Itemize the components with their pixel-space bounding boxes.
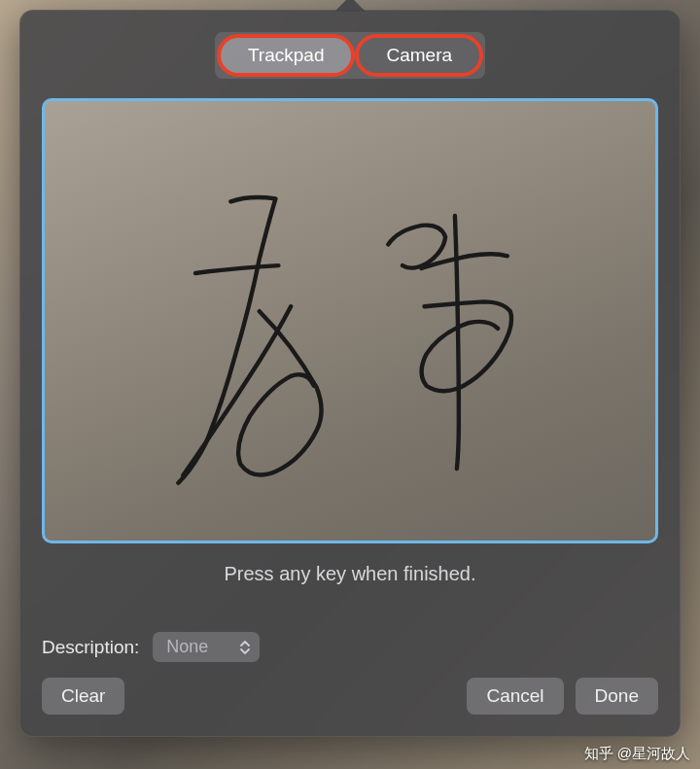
chevron-updown-icon [240, 641, 250, 654]
tab-camera[interactable]: Camera [355, 34, 483, 77]
button-row: Clear Cancel Done [42, 678, 658, 715]
signature-canvas[interactable] [42, 98, 658, 543]
description-select-value: None [166, 637, 208, 657]
watermark-text: 知乎 @星河故人 [584, 745, 690, 763]
signature-drawing [45, 101, 655, 541]
done-button[interactable]: Done [576, 678, 658, 715]
input-method-tabs: Trackpad Camera [215, 32, 485, 79]
description-label: Description: [42, 637, 139, 658]
popover-arrow [334, 0, 366, 12]
hint-text: Press any key when finished. [42, 563, 658, 585]
description-select[interactable]: None [153, 632, 260, 662]
tab-trackpad[interactable]: Trackpad [217, 34, 356, 77]
cancel-button[interactable]: Cancel [467, 678, 563, 715]
description-row: Description: None [42, 632, 658, 662]
signature-popover: Trackpad Camera Press [19, 10, 681, 737]
clear-button[interactable]: Clear [42, 678, 124, 715]
